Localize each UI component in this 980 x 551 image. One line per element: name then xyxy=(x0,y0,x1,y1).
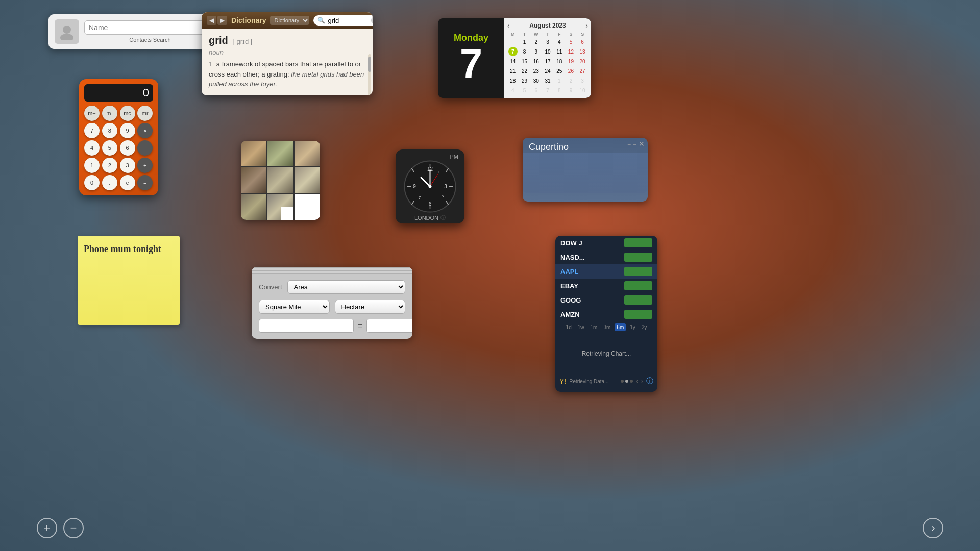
cal-cell-1-0[interactable]: 7 xyxy=(508,47,518,56)
calc-btn-mminus[interactable]: m- xyxy=(102,106,117,121)
converter-to-input[interactable] xyxy=(366,319,412,333)
cal-cell-5-6[interactable]: 10 xyxy=(578,86,587,95)
calc-btn-9[interactable]: 9 xyxy=(120,123,135,138)
stock-time-1m[interactable]: 1m xyxy=(589,323,600,331)
dict-search-input[interactable] xyxy=(328,17,369,24)
calc-btn-minus[interactable]: − xyxy=(137,140,153,156)
cal-cell-2-1[interactable]: 15 xyxy=(520,57,529,66)
calc-btn-8[interactable]: 8 xyxy=(102,123,117,138)
cal-cell-4-2[interactable]: 30 xyxy=(531,76,541,85)
cal-cell-2-3[interactable]: 17 xyxy=(543,57,552,66)
cal-cell-1-3[interactable]: 10 xyxy=(543,47,552,56)
calc-btn-mult[interactable]: × xyxy=(137,123,153,138)
cal-cell-2-0[interactable]: 14 xyxy=(508,57,518,66)
cal-cell-5-3[interactable]: 7 xyxy=(543,86,552,95)
calc-btn-c[interactable]: c xyxy=(120,175,135,190)
cal-cell-2-2[interactable]: 16 xyxy=(531,57,541,66)
cal-cell-0-2[interactable]: 2 xyxy=(531,37,541,46)
weather-close-button[interactable]: ✕ xyxy=(639,140,645,148)
clock-info-icon[interactable]: ⓘ xyxy=(440,214,446,221)
calc-btn-2[interactable]: 2 xyxy=(102,158,117,173)
dict-source-select[interactable]: Dictionary xyxy=(270,16,309,25)
stock-row-amzn[interactable]: AMZN xyxy=(555,307,657,321)
cal-cell-3-3[interactable]: 24 xyxy=(543,66,552,76)
dict-scrollbar[interactable] xyxy=(368,54,371,95)
stock-row-goog[interactable]: GOOG xyxy=(555,293,657,307)
calc-btn-mr[interactable]: mr xyxy=(137,106,153,121)
cal-cell-4-1[interactable]: 29 xyxy=(520,76,529,85)
dict-search-clear-button[interactable]: ✕ xyxy=(371,16,373,24)
calc-btn-7[interactable]: 7 xyxy=(84,123,100,138)
weather-minimize-button[interactable]: − xyxy=(627,141,631,148)
cal-cell-0-0[interactable] xyxy=(508,37,518,46)
cal-cell-1-5[interactable]: 12 xyxy=(566,47,575,56)
cal-cell-0-6[interactable]: 6 xyxy=(578,37,587,46)
stock-row-dowj[interactable]: DOW J xyxy=(555,236,657,250)
stock-footer-next[interactable]: › xyxy=(641,378,643,385)
dict-back-button[interactable]: ◀ xyxy=(207,16,216,25)
cal-cell-1-1[interactable]: 8 xyxy=(520,47,529,56)
cal-cell-4-4[interactable]: 1 xyxy=(555,76,564,85)
cal-cell-3-1[interactable]: 22 xyxy=(520,66,529,76)
cal-next-month-button[interactable]: › xyxy=(585,21,588,30)
stock-time-6m[interactable]: 6m xyxy=(615,323,626,331)
converter-to-unit-select[interactable]: Hectare Acre Square Km xyxy=(335,300,406,314)
cal-cell-2-5[interactable]: 19 xyxy=(566,57,575,66)
calc-btn-dot[interactable]: . xyxy=(102,175,117,190)
converter-type-select[interactable]: Area Length Volume Weight xyxy=(287,280,405,294)
cal-cell-5-5[interactable]: 9 xyxy=(566,86,575,95)
stock-row-ebay[interactable]: EBAY xyxy=(555,279,657,293)
calc-btn-equals[interactable]: = xyxy=(137,175,153,190)
cal-cell-0-3[interactable]: 3 xyxy=(543,37,552,46)
cal-cell-1-4[interactable]: 11 xyxy=(555,47,564,56)
remove-widget-button[interactable]: − xyxy=(63,518,84,538)
cal-cell-1-2[interactable]: 9 xyxy=(531,47,541,56)
cal-cell-1-6[interactable]: 13 xyxy=(578,47,587,56)
cal-cell-4-0[interactable]: 28 xyxy=(508,76,518,85)
cal-cell-3-4[interactable]: 25 xyxy=(555,66,564,76)
converter-from-input[interactable] xyxy=(259,319,354,333)
calc-btn-0[interactable]: 0 xyxy=(84,175,100,190)
add-widget-button[interactable]: + xyxy=(37,518,57,538)
calc-btn-mc[interactable]: mc xyxy=(120,106,135,121)
cal-cell-3-5[interactable]: 26 xyxy=(566,66,575,76)
cal-cell-3-2[interactable]: 23 xyxy=(531,66,541,76)
calc-btn-plus[interactable]: + xyxy=(137,158,153,173)
stock-time-1y[interactable]: 1y xyxy=(628,323,638,331)
stock-time-2y[interactable]: 2y xyxy=(640,323,649,331)
stock-time-1w[interactable]: 1w xyxy=(576,323,586,331)
cal-cell-5-0[interactable]: 4 xyxy=(508,86,518,95)
cal-cell-3-6[interactable]: 27 xyxy=(578,66,587,76)
cal-cell-0-1[interactable]: 1 xyxy=(520,37,529,46)
cal-cell-2-6[interactable]: 20 xyxy=(578,57,587,66)
calc-btn-mplus[interactable]: m+ xyxy=(84,106,100,121)
cal-cell-2-4[interactable]: 18 xyxy=(555,57,564,66)
calc-btn-5[interactable]: 5 xyxy=(102,140,117,156)
cal-cell-4-5[interactable]: 2 xyxy=(566,76,575,85)
contacts-name-input[interactable] xyxy=(84,20,216,35)
calc-btn-4[interactable]: 4 xyxy=(84,140,100,156)
stock-row-nasd[interactable]: NASD... xyxy=(555,250,657,264)
stock-row-aapl[interactable]: AAPL xyxy=(555,264,657,279)
cal-cell-4-6[interactable]: 3 xyxy=(578,76,587,85)
cal-prev-month-button[interactable]: ‹ xyxy=(507,21,510,30)
stock-time-3m[interactable]: 3m xyxy=(601,323,612,331)
stock-info-button[interactable]: ⓘ xyxy=(646,377,653,386)
converter-from-unit-select[interactable]: Square Mile Square Km Acre xyxy=(259,300,330,314)
stock-footer-prev[interactable]: ‹ xyxy=(636,378,638,385)
cal-cell-5-2[interactable]: 6 xyxy=(531,86,541,95)
cal-cell-3-0[interactable]: 21 xyxy=(508,66,518,76)
dict-forward-button[interactable]: ▶ xyxy=(217,16,227,25)
cal-cell-0-4[interactable]: 4 xyxy=(555,37,564,46)
cal-cell-5-4[interactable]: 8 xyxy=(555,86,564,95)
stock-time-1d[interactable]: 1d xyxy=(564,323,574,331)
converter-equals-sign: = xyxy=(358,321,362,331)
next-button[interactable]: › xyxy=(923,518,943,538)
calc-btn-1[interactable]: 1 xyxy=(84,158,100,173)
cal-cell-0-5[interactable]: 5 xyxy=(566,37,575,46)
cal-cell-4-3[interactable]: 31 xyxy=(543,76,552,85)
calc-btn-3[interactable]: 3 xyxy=(120,158,135,173)
cal-cell-5-1[interactable]: 5 xyxy=(520,86,529,95)
weather-shrink-button[interactable]: − xyxy=(633,141,636,148)
calc-btn-6[interactable]: 6 xyxy=(120,140,135,156)
